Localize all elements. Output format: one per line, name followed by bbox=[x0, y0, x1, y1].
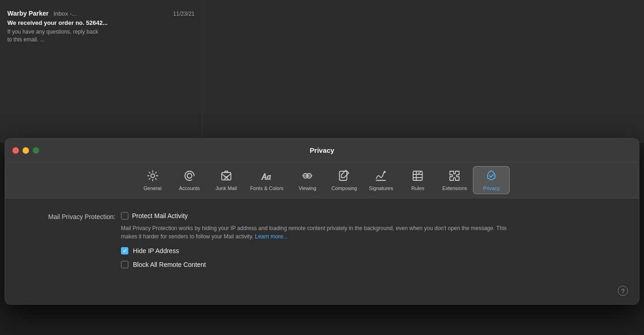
fonts-colors-label: Fonts & Colors bbox=[250, 185, 284, 191]
hide-ip-label: Hide IP Address bbox=[133, 247, 179, 254]
svg-rect-2 bbox=[222, 173, 231, 180]
fonts-icon: Aa bbox=[260, 169, 273, 184]
mail-date: 11/23/21 bbox=[173, 11, 195, 17]
privacy-label-tab: Privacy bbox=[483, 185, 500, 191]
inbox-label: Inbox -... bbox=[53, 10, 77, 17]
modal-title: Privacy bbox=[310, 146, 334, 154]
privacy-modal: Privacy General Accounts bbox=[5, 138, 639, 305]
junk-mail-label: Junk Mail bbox=[215, 185, 236, 191]
privacy-sub-options: Hide IP Address Block All Remote Content bbox=[121, 247, 517, 268]
accounts-label: Accounts bbox=[179, 185, 200, 191]
block-remote-row[interactable]: Block All Remote Content bbox=[121, 261, 517, 268]
toolbar-item-viewing[interactable]: Viewing bbox=[289, 167, 326, 194]
extensions-icon bbox=[448, 169, 461, 184]
hide-ip-row[interactable]: Hide IP Address bbox=[121, 247, 517, 254]
mail-subject: We received your order no. 52642... bbox=[7, 19, 195, 26]
privacy-content: Mail Privacy Protection: Protect Mail Ac… bbox=[5, 198, 639, 304]
minimize-button[interactable] bbox=[23, 147, 29, 154]
signatures-label: Signatures bbox=[369, 185, 393, 191]
hide-ip-checkbox[interactable] bbox=[121, 247, 128, 254]
maximize-button[interactable] bbox=[33, 147, 39, 154]
mail-background: Warby Parker Inbox -... 11/23/21 We rece… bbox=[0, 0, 644, 143]
rules-label: Rules bbox=[411, 185, 424, 191]
toolbar-item-privacy[interactable]: Privacy bbox=[473, 166, 510, 194]
mail-sidebar: Warby Parker Inbox -... 11/23/21 We rece… bbox=[0, 0, 202, 143]
toolbar-item-accounts[interactable]: Accounts bbox=[171, 167, 208, 194]
help-button[interactable]: ? bbox=[618, 286, 628, 296]
composing-icon bbox=[338, 169, 351, 184]
signatures-icon bbox=[374, 169, 387, 184]
mail-preview: If you have any questions, reply back to… bbox=[7, 28, 195, 44]
toolbar-item-extensions[interactable]: Extensions bbox=[436, 167, 473, 194]
at-icon bbox=[183, 169, 196, 184]
general-label: General bbox=[144, 185, 161, 191]
sender-name: Warby Parker bbox=[7, 10, 49, 17]
privacy-protection-row: Mail Privacy Protection: Protect Mail Ac… bbox=[23, 212, 621, 268]
mail-privacy-protection-label: Mail Privacy Protection: bbox=[23, 212, 115, 220]
svg-point-11 bbox=[305, 175, 306, 177]
toolbar-item-rules[interactable]: Rules bbox=[399, 167, 436, 194]
mail-list-item[interactable]: Warby Parker Inbox -... 11/23/21 We rece… bbox=[7, 9, 195, 44]
block-remote-checkbox[interactable] bbox=[121, 261, 128, 268]
svg-point-0 bbox=[151, 174, 155, 178]
privacy-icon bbox=[485, 169, 498, 184]
toolbar-item-general[interactable]: General bbox=[134, 167, 171, 194]
gear-icon bbox=[146, 169, 159, 184]
protect-mail-row[interactable]: Protect Mail Activity bbox=[121, 212, 517, 219]
svg-point-12 bbox=[308, 175, 310, 177]
protect-mail-checkbox[interactable] bbox=[121, 212, 128, 219]
svg-rect-17 bbox=[413, 171, 422, 180]
privacy-description: Mail Privacy Protection works by hiding … bbox=[121, 224, 517, 241]
block-remote-label: Block All Remote Content bbox=[133, 261, 206, 268]
toolbar-item-fonts-colors[interactable]: Aa Fonts & Colors bbox=[245, 167, 289, 194]
toolbar-item-junk-mail[interactable]: Junk Mail bbox=[208, 167, 245, 194]
toolbar-item-composing[interactable]: Composing bbox=[326, 167, 362, 194]
window-controls bbox=[12, 147, 39, 154]
viewing-icon bbox=[301, 169, 314, 184]
svg-text:Aa: Aa bbox=[261, 172, 271, 181]
toolbar: General Accounts bbox=[5, 162, 639, 198]
protect-mail-label: Protect Mail Activity bbox=[132, 212, 188, 219]
composing-label: Composing bbox=[332, 185, 357, 191]
viewing-label: Viewing bbox=[299, 185, 316, 191]
titlebar: Privacy bbox=[5, 139, 639, 162]
rules-icon bbox=[411, 169, 424, 184]
learn-more-link[interactable]: Learn more... bbox=[255, 233, 288, 240]
privacy-options-group: Protect Mail Activity Mail Privacy Prote… bbox=[121, 212, 517, 268]
junk-icon bbox=[220, 169, 233, 184]
toolbar-item-signatures[interactable]: Signatures bbox=[362, 167, 399, 194]
close-button[interactable] bbox=[12, 147, 19, 154]
extensions-label: Extensions bbox=[442, 185, 467, 191]
